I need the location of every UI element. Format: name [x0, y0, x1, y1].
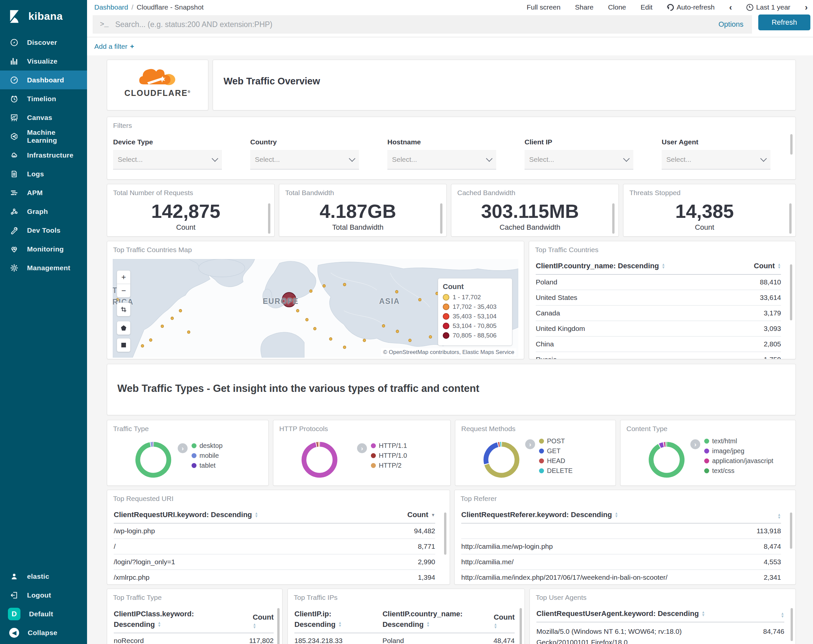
sort-header-count[interactable]: Count ▲▼ — [494, 613, 515, 629]
legend-item[interactable]: HTTP/2 — [371, 462, 407, 469]
legend-expand-button[interactable]: › — [690, 439, 700, 449]
sidebar-item-graph[interactable]: Graph — [0, 202, 87, 221]
sidebar-item-logout[interactable]: Logout — [0, 586, 87, 604]
chevron-down-icon — [760, 155, 767, 162]
scrollbar[interactable] — [277, 608, 279, 644]
legend-item[interactable]: HTTP/1.1 — [371, 442, 407, 449]
scrollbar[interactable] — [612, 203, 615, 234]
sort-header-class[interactable]: ClientIPClass.keyword: Descending▲▼ — [114, 609, 194, 629]
crop-tool-button[interactable] — [117, 302, 130, 316]
sort-header-ip[interactable]: ClientIP.ip: Descending▲▼ — [295, 609, 370, 629]
refresh-button[interactable]: Refresh — [758, 14, 810, 30]
time-range-button[interactable]: Last 1 year — [746, 3, 790, 11]
select-placeholder: Select... — [529, 156, 554, 164]
scrollbar[interactable] — [789, 203, 792, 234]
sort-header-user-agent[interactable]: ClientRequestUserAgent.keyword: Descendi… — [536, 609, 705, 618]
sidebar-item-logs[interactable]: Logs — [0, 164, 87, 183]
filters-panel: Filters Device Type Select... Country Se… — [107, 117, 796, 179]
legend-item[interactable]: mobile — [192, 452, 222, 460]
scrollbar[interactable] — [268, 203, 270, 234]
legend-item[interactable]: DELETE — [539, 467, 573, 475]
sidebar-item-collapse[interactable]: ◀ Collapse — [0, 623, 87, 642]
sort-header-country[interactable]: ClientIP.country_name: Descending▲▼ — [536, 262, 665, 270]
sort-header-uri[interactable]: ClientRequestURI.keyword: Descending▲▼ — [114, 511, 258, 519]
add-filter-button[interactable]: Add a filter+ — [94, 43, 134, 51]
timelion-icon — [10, 95, 18, 103]
sort-header-referer[interactable]: ClientRequestReferer.keyword: Descending… — [461, 511, 618, 519]
map-legend: Count 1 - 17,702 17,702 - 35,403 — [438, 278, 512, 346]
donut-chart[interactable] — [135, 441, 172, 478]
kibana-logo[interactable]: kibana — [0, 0, 87, 32]
world-map[interactable]: NORTHAMERICA EUROPE ASIA + − Count 1 - 1… — [113, 259, 518, 357]
sidebar-item-user[interactable]: elastic — [0, 567, 87, 586]
sidebar-item-discover[interactable]: Discover — [0, 33, 87, 52]
legend-item[interactable]: image/jpeg — [704, 447, 773, 455]
legend-item[interactable]: text/html — [704, 437, 773, 445]
legend-item[interactable]: application/javascript — [704, 457, 773, 465]
sidebar-item-timelion[interactable]: Timelion — [0, 89, 87, 108]
search-input[interactable] — [114, 20, 718, 29]
scrollbar[interactable] — [440, 203, 442, 234]
sidebar-item-apm[interactable]: APM — [0, 183, 87, 202]
sidebar-item-monitoring[interactable]: Monitoring — [0, 239, 87, 258]
legend-expand-button[interactable]: › — [525, 439, 535, 449]
scrollbar[interactable] — [791, 608, 793, 641]
sidebar-item-space-default[interactable]: D Default — [0, 604, 87, 623]
map-label-europe: EUROPE — [263, 297, 299, 306]
rectangle-tool-button[interactable] — [117, 338, 130, 352]
legend-item[interactable]: POST — [539, 437, 573, 445]
sidebar-item-dev-tools[interactable]: Dev Tools — [0, 221, 87, 239]
time-forward-button[interactable]: › — [805, 2, 808, 12]
sidebar-item-canvas[interactable]: Canvas — [0, 108, 87, 127]
filter-select[interactable]: Select... — [387, 150, 496, 169]
sidebar-item-dashboard[interactable]: Dashboard — [0, 71, 87, 89]
sidebar-item-machine-learning[interactable]: Machine Learning — [0, 127, 87, 146]
sort-header-count[interactable]: ▲▼ — [778, 612, 784, 618]
sidebar-item-infrastructure[interactable]: Infrastructure — [0, 146, 87, 164]
auto-refresh-button[interactable]: Auto-refresh — [667, 3, 715, 11]
legend-item[interactable]: HTTP/1.0 — [371, 452, 407, 460]
select-placeholder: Select... — [255, 156, 280, 164]
sidebar-item-visualize[interactable]: Visualize — [0, 52, 87, 71]
edit-button[interactable]: Edit — [641, 3, 652, 11]
scrollbar[interactable] — [790, 134, 793, 155]
filter-select[interactable]: Select... — [113, 150, 222, 169]
filter-select[interactable]: Select... — [250, 150, 359, 169]
filter-label: Device Type — [113, 138, 222, 146]
sort-header-country[interactable]: ClientIP.country_name: Descending▲▼ — [382, 609, 481, 629]
donut-chart[interactable] — [301, 441, 338, 478]
legend-item[interactable]: HEAD — [539, 457, 573, 465]
sort-header-count[interactable]: ▲▼ — [775, 513, 781, 519]
share-button[interactable]: Share — [575, 3, 594, 11]
legend-expand-button[interactable]: › — [178, 443, 187, 453]
options-link[interactable]: Options — [718, 20, 744, 29]
time-back-button[interactable]: ‹ — [729, 2, 732, 12]
sort-icon: ▲▼ — [701, 611, 705, 616]
breadcrumb-dashboard-link[interactable]: Dashboard — [94, 3, 128, 11]
zoom-in-button[interactable]: + — [117, 270, 130, 284]
sort-header-count[interactable]: Count▼ — [408, 511, 435, 519]
donut-chart[interactable] — [483, 441, 520, 478]
legend-dot-icon — [539, 439, 544, 444]
sort-header-count[interactable]: Count▲▼ — [754, 262, 781, 270]
sidebar-item-management[interactable]: Management — [0, 258, 87, 277]
legend-item[interactable]: desktop — [192, 442, 222, 449]
polygon-tool-button[interactable] — [117, 321, 130, 335]
scrollbar[interactable] — [520, 608, 522, 644]
full-screen-button[interactable]: Full screen — [526, 3, 560, 11]
scrollbar[interactable] — [444, 512, 446, 555]
table-row: Canada3,179 — [536, 305, 781, 321]
filter-bar: Add a filter+ — [87, 37, 813, 55]
donut-chart[interactable] — [648, 441, 685, 478]
legend-item[interactable]: tablet — [192, 462, 222, 469]
filter-select[interactable]: Select... — [662, 150, 770, 169]
zoom-out-button[interactable]: − — [117, 284, 130, 297]
scrollbar[interactable] — [790, 264, 792, 320]
scrollbar[interactable] — [790, 512, 792, 549]
clone-button[interactable]: Clone — [608, 3, 626, 11]
legend-item[interactable]: GET — [539, 447, 573, 455]
legend-item[interactable]: text/css — [704, 467, 773, 475]
legend-expand-button[interactable]: › — [357, 443, 367, 453]
sort-header-count[interactable]: Count ▲▼ — [253, 613, 274, 629]
filter-select[interactable]: Select... — [525, 150, 634, 169]
